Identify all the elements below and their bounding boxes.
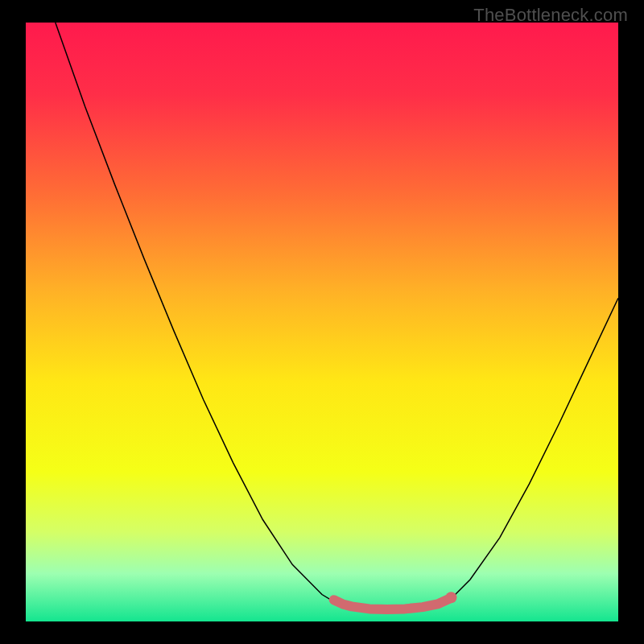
svg-point-0 [445,592,456,603]
plot-area [26,23,618,621]
gradient-background [26,23,618,621]
chart-svg [26,23,618,621]
optimal-zone-end-dots [445,592,456,603]
chart-frame: TheBottleneck.com [0,0,644,644]
